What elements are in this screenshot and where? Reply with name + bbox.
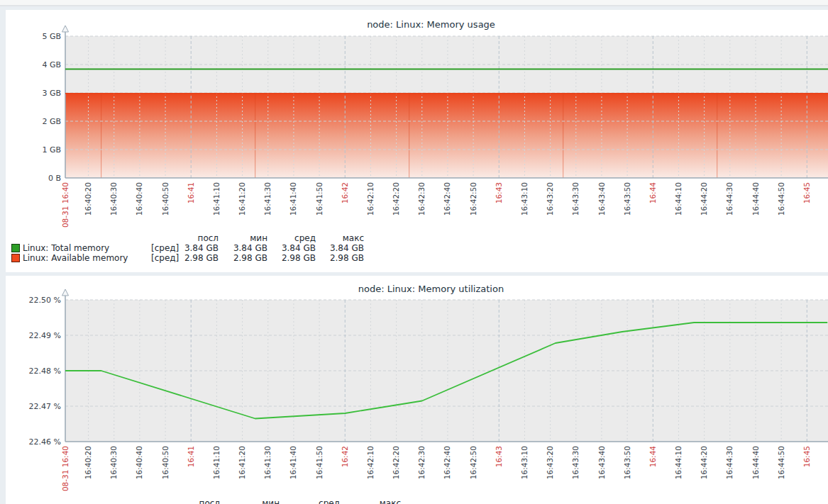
x-tick-label: 16:43:20 [546, 446, 554, 479]
legend-value: 3.84 GB [316, 243, 364, 253]
x-tick-label: 16:45 [802, 446, 811, 467]
x-tick-label: 16:42 [341, 446, 349, 467]
y-tick-label: 2 GB [42, 117, 61, 126]
x-tick-label: 16:45 [802, 182, 811, 203]
y-tick-label: 0 B [48, 174, 61, 183]
x-tick-label: 16:44:40 [751, 446, 760, 479]
x-tick-label: 16:42 [341, 182, 349, 203]
x-tick-label: 16:43:10 [520, 182, 529, 215]
legend-item-name: Linux: Total memory [23, 243, 109, 253]
x-tick-label: 16:43:50 [623, 446, 631, 479]
graph-legend: послминсредмакс [11, 498, 401, 504]
legend-col-header: мин [220, 498, 280, 504]
x-tick-label: 16:44:50 [777, 446, 785, 479]
legend-spacer [11, 498, 151, 504]
x-tick-label: 16:41:30 [263, 446, 272, 479]
x-tick-label: 16:43 [495, 446, 503, 467]
memory-utilization-graph: 22.50 %22.49 %22.48 %22.47 %22.46 %08-31… [6, 276, 828, 504]
legend-col-header: сред [280, 498, 340, 504]
available-memory-area [65, 94, 828, 178]
memory-usage-graph-panel: node: Linux: Memory usage 5 GB4 GB3 GB2 … [6, 10, 828, 272]
y-axis-labels: 5 GB4 GB3 GB2 GB1 GB0 B [42, 32, 61, 183]
x-tick-label: 16:41:10 [212, 182, 221, 215]
x-tick-label: 08-31 16:40 [61, 446, 70, 491]
x-tick-label: 16:41:20 [238, 446, 246, 479]
x-tick-label: 16:44:10 [674, 446, 683, 479]
page-background: node: Linux: Memory usage 5 GB4 GB3 GB2 … [0, 6, 828, 504]
x-tick-label: 16:43:40 [597, 446, 606, 479]
x-tick-label: 16:40:20 [84, 182, 92, 215]
legend-value: 2.98 GB [267, 253, 316, 263]
y-tick-label: 22.48 % [29, 366, 61, 376]
x-tick-label: 16:44:20 [700, 446, 708, 479]
x-tick-label: 16:44:20 [700, 182, 708, 215]
x-tick-label: 16:44:30 [725, 182, 734, 215]
x-tick-label: 16:42:10 [366, 446, 375, 479]
legend-col-header: мин [219, 233, 267, 243]
x-tick-label: 16:42:50 [469, 182, 478, 215]
y-tick-label: 22.46 % [29, 437, 61, 447]
legend-spacer [151, 233, 180, 243]
legend-value: 3.84 GB [180, 243, 219, 253]
x-tick-label: 16:42:20 [392, 446, 400, 479]
x-tick-label: 16:44:10 [674, 182, 683, 215]
x-tick-label: 16:43:30 [571, 446, 580, 479]
graph-legend: послминсредмаксLinux: Total memory[сред]… [11, 233, 364, 263]
x-tick-label: 16:40:50 [161, 446, 170, 479]
x-tick-label: 16:42:30 [417, 446, 426, 479]
x-tick-label: 16:43:30 [571, 182, 580, 215]
y-tick-label: 22.47 % [29, 402, 61, 411]
x-tick-label: 16:41:50 [315, 182, 324, 215]
legend-col-header: посл [180, 233, 219, 243]
x-axis-labels: 08-31 16:4016:40:2016:40:3016:40:4016:40… [61, 182, 811, 228]
x-tick-label: 16:41:20 [238, 182, 246, 215]
x-tick-label: 16:42:20 [392, 182, 400, 215]
y-axis-labels: 22.50 %22.49 %22.48 %22.47 %22.46 % [29, 296, 61, 447]
legend-aggregation: [сред] [151, 253, 180, 263]
legend-spacer [151, 498, 180, 504]
legend-value: 2.98 GB [219, 253, 267, 263]
x-tick-label: 16:40:30 [109, 446, 118, 479]
x-tick-label: 16:42:10 [366, 182, 375, 215]
chart-title: node: Linux: Memory utilization [6, 284, 828, 294]
legend-swatch-icon [11, 254, 20, 262]
y-tick-label: 5 GB [42, 32, 61, 41]
legend-spacer [11, 233, 151, 243]
x-tick-label: 16:43 [495, 182, 503, 203]
x-tick-label: 16:41:40 [289, 446, 297, 479]
legend-swatch-icon [11, 244, 20, 252]
x-tick-label: 16:43:40 [597, 182, 606, 215]
legend-aggregation: [сред] [151, 243, 180, 253]
x-tick-label: 16:40:20 [84, 446, 92, 479]
plot-svg: 22.50 %22.49 %22.48 %22.47 %22.46 %08-31… [6, 276, 828, 504]
x-tick-label: 16:40:40 [135, 182, 143, 215]
legend-value: 2.98 GB [316, 253, 364, 263]
x-tick-label: 16:43:50 [623, 182, 631, 215]
x-tick-label: 16:41:10 [212, 446, 221, 479]
x-tick-label: 08-31 16:40 [61, 182, 70, 228]
chart-title: node: Linux: Memory usage [6, 19, 828, 30]
legend-item-label: Linux: Available memory [11, 253, 151, 263]
legend-col-header: макс [340, 498, 401, 504]
legend-item-name: Linux: Available memory [23, 253, 128, 263]
x-axis-labels: 08-31 16:4016:40:2016:40:3016:40:4016:40… [61, 446, 811, 491]
x-tick-label: 16:44:40 [751, 182, 760, 215]
legend-item-label: Linux: Total memory [11, 243, 151, 253]
memory-utilization-graph-panel: node: Linux: Memory utilization 22.50 %2… [6, 276, 828, 504]
legend-col-header: сред [267, 233, 316, 243]
x-tick-label: 16:40:50 [161, 182, 170, 215]
legend-col-header: посл [180, 498, 220, 504]
x-tick-label: 16:40:40 [135, 446, 143, 479]
x-tick-label: 16:40:30 [109, 182, 118, 215]
x-tick-label: 16:44 [648, 446, 657, 468]
y-tick-label: 22.49 % [29, 331, 61, 340]
browser-chrome-strip [0, 0, 828, 6]
legend-col-header: макс [316, 233, 364, 243]
x-tick-label: 16:43:10 [520, 446, 529, 479]
y-tick-label: 1 GB [42, 145, 61, 155]
x-tick-label: 16:42:40 [443, 446, 451, 479]
x-tick-label: 16:42:30 [417, 182, 426, 215]
x-tick-label: 16:41 [187, 446, 195, 467]
y-tick-label: 4 GB [42, 60, 61, 69]
x-tick-label: 16:41 [187, 182, 195, 203]
